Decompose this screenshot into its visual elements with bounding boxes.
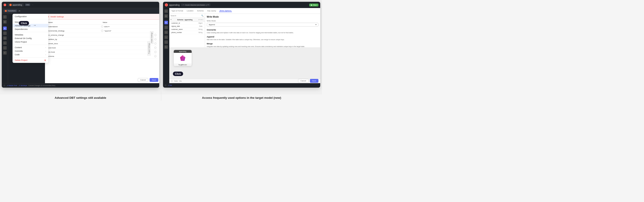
settings-row-persist-docs: persist_docs i — [47, 41, 158, 46]
tab-appending[interactable]: appending — [8, 3, 24, 6]
nav-tab-location[interactable]: Location — [186, 10, 194, 12]
save-button-left[interactable]: Save — [150, 78, 158, 82]
append-desc: Add new rows to the table. Suitable if t… — [207, 39, 319, 41]
close-button[interactable]: × — [165, 3, 168, 6]
dropdown-item-advance-settings[interactable]: Advance Settings — [12, 24, 48, 27]
node-header: appending — [174, 50, 192, 53]
settings-row-post-hook: post-hook i — [47, 46, 158, 50]
schema-name: Schema : appending — [177, 19, 192, 20]
dropdown-item-manage[interactable]: Manage — [12, 20, 48, 24]
overwrite-desc: Clear existing data and replace it with … — [207, 32, 319, 34]
app-window-left: appending Info ··· Transform Jo — [2, 2, 159, 88]
row-value-materialized: table ▾ — [104, 26, 156, 28]
info-icon-right-bottom: ⓘ — [165, 84, 166, 87]
footer-tab-data[interactable]: Data — [174, 80, 178, 82]
append-section: Append Add new rows to the table. Suitab… — [207, 36, 319, 41]
row-name-incremental: incremental_strategy — [48, 30, 100, 32]
sidebar-icon-4[interactable]: ♡ — [3, 31, 7, 35]
run-play-icon: ▶ — [311, 4, 312, 6]
bottom-bar-left: ⓘ ⎇ Master Fork ⎇ dev/anya Commit Change… — [2, 83, 159, 88]
info-icon-bottom: ⓘ — [4, 85, 5, 87]
main-content-left: Click → Configuration Manage — [8, 14, 159, 83]
dropdown-item-configuration[interactable]: Configuration — [12, 15, 48, 18]
sidebar-icon-6[interactable]: ∿ — [3, 41, 7, 45]
info-badge: Info — [25, 3, 30, 6]
commit-label[interactable]: Commit Changes (9 uncommitted files) — [28, 85, 56, 86]
type-signup-date: Date — [199, 25, 202, 27]
save-button-right[interactable]: Save — [310, 79, 318, 83]
right-sidebar-divider — [164, 19, 168, 19]
dropdown-label-external-git: External Git Config — [15, 37, 32, 39]
info-icon-partition: i — [154, 38, 156, 40]
sidebar-icon-2[interactable]: ⊞ — [3, 20, 7, 24]
dropdown-item-external-git[interactable]: External Git Config — [12, 37, 48, 40]
nav-tab-schema[interactable]: Schema — [196, 10, 204, 12]
row-value-incremental[interactable]: "append" — [104, 30, 156, 32]
sidebar-icon-3[interactable]: ⊕ — [3, 26, 7, 30]
check-icon: ✓ — [183, 4, 184, 6]
node-box[interactable]: appending — [174, 50, 192, 66]
app-window-right: × appending ✓ Cluster Attached (devDatab… — [163, 2, 320, 88]
tab-icon — [10, 4, 12, 6]
left-caption-text: Advanced DBT settings still available — [55, 96, 106, 100]
right-sidebar-icon-3[interactable]: ⊕ — [164, 21, 168, 24]
col-signup-date: signup_date — [172, 25, 180, 27]
schema-row-phone-number: phone_number String — [169, 31, 205, 34]
dropdown-label-commits: Commits — [15, 50, 23, 52]
settings-row-partition: partition_by i — [47, 37, 158, 41]
left-caption: Advanced DBT settings still available — [0, 94, 161, 101]
right-sidebar-icon-7[interactable]: ♪ — [164, 40, 168, 44]
nav-tab-type-format[interactable]: Type & Format — [171, 10, 184, 12]
row-name-partition: partition_by — [48, 38, 154, 40]
col-name-header: Name — [48, 21, 102, 23]
row-name-on-schema: on_schema_change — [48, 34, 154, 36]
dropdown-item-delete[interactable]: Delete Project 🗑 — [12, 58, 48, 62]
code-arrow-icon: › — [46, 54, 46, 56]
settings-row-pre-hook: pre-hook i — [47, 50, 158, 54]
nav-tab-write-options[interactable]: Write Options — [219, 9, 232, 12]
right-sidebar-icon-5[interactable]: ◷ — [164, 30, 168, 34]
right-sidebar-icon-8[interactable]: ↻ — [164, 45, 168, 49]
more-dots-icon[interactable]: ··· — [32, 3, 33, 6]
sidebar-icon-7[interactable]: ♪ — [3, 46, 7, 50]
right-sidebar-icon-4[interactable]: ♡ — [164, 26, 168, 29]
fork-label: ⎇ Master Fork — [6, 85, 17, 87]
dropdown-item-metadata[interactable]: Metadata — [12, 33, 48, 37]
cluster-button[interactable]: ✓ Cluster Attached (devDatabri...) ▾ — [181, 3, 210, 6]
dropdown-item-clone-project[interactable]: Clone Project — [12, 40, 48, 44]
sidebar-icon-1[interactable]: ≡ — [3, 15, 7, 19]
second-bar: Transform Jo — [2, 8, 159, 14]
merge-desc: Integrate new data by updating existing … — [207, 45, 319, 47]
materialized-select[interactable]: table ▾ — [104, 26, 110, 28]
click-arrow-icon: → — [33, 23, 36, 27]
run-button[interactable]: ▶ Run — [309, 3, 318, 6]
type-phone-number: String — [198, 32, 202, 33]
right-sidebar-icon-2[interactable]: ⊞ — [164, 14, 168, 18]
settings-table: Name Value materialized i table ▾ — [45, 20, 159, 60]
click-tooltip-right: Click — [173, 72, 183, 76]
write-mode-panel: Write Mode Write Mode Append ▾ Overwrite… — [205, 14, 320, 47]
sidebar-icon-5[interactable]: ◷ — [3, 36, 7, 40]
write-mode-chevron-icon: ▾ — [316, 24, 316, 26]
nav-tab-sql-query[interactable]: SQL Query — [207, 10, 217, 12]
search-input[interactable] — [170, 15, 200, 17]
left-screenshot: appending Info ··· Transform Jo — [0, 0, 161, 94]
right-sidebar-icon-6[interactable]: ∿ — [164, 35, 168, 39]
write-mode-label: Write Mode — [207, 20, 319, 22]
settings-row-on-schema: on_schema_change i — [47, 33, 158, 37]
footer-tab-ma[interactable]: Ma — [179, 80, 182, 82]
transform-button[interactable]: Transform — [4, 9, 17, 12]
node-gem-icon — [179, 55, 186, 62]
cancel-button-left[interactable]: Cancel — [138, 78, 148, 82]
dropdown-item-commits[interactable]: Commits › — [12, 49, 48, 53]
dropdown-item-content[interactable]: Content › — [12, 46, 48, 49]
dropdown-item-dependencies[interactable]: Dependencies — [12, 27, 48, 31]
dropdown-item-code[interactable]: Code › — [12, 53, 48, 56]
right-sidebar-icon-1[interactable]: ≡ — [164, 9, 168, 13]
dropdown-section-meta: Metadata External Git Config Clone Proje… — [12, 32, 48, 45]
right-sidebar: ≡ ⊞ ⊕ ♡ ◷ ∿ ♪ ↻ — [163, 8, 169, 83]
write-mode-select[interactable]: Append ▾ — [207, 23, 319, 26]
info-icon-schema: i — [154, 55, 156, 57]
sidebar-icon-8[interactable]: ↻ — [3, 51, 7, 55]
cancel-button-right[interactable]: Cancel — [298, 79, 308, 83]
